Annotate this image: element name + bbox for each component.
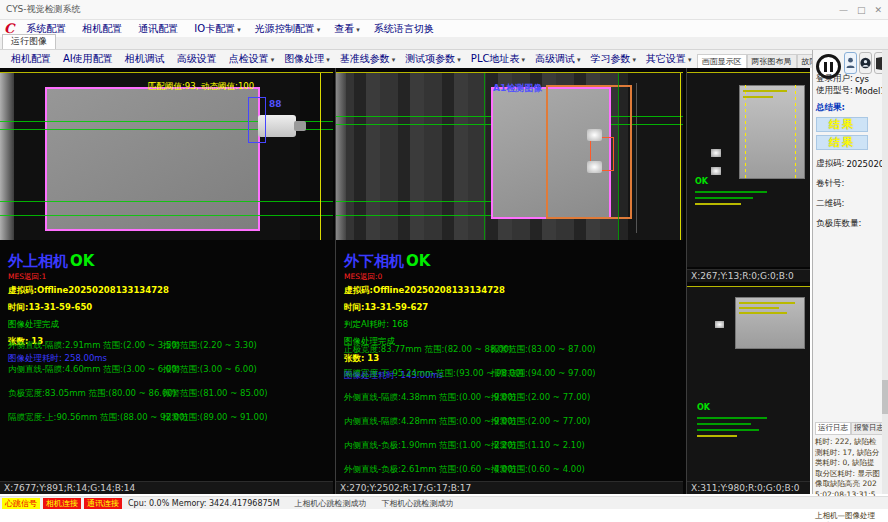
user-icon xyxy=(846,57,855,69)
alarm-range: 报警范围:(2.20 ~ 3.30) xyxy=(163,340,257,352)
heartbeat-badge: 心跳信号 xyxy=(2,498,40,509)
log-tab-run[interactable]: 运行日志 xyxy=(815,422,851,435)
menu-bar: C 系统配置 相机配置 通讯配置 IO卡配置▾ 光源控制配置▾ 查看▾ 系统语言… xyxy=(0,20,888,37)
qr-label: 二维码: xyxy=(816,198,844,210)
minimize-icon[interactable]: — xyxy=(839,5,848,15)
thumbnail-camera-1[interactable]: OK xyxy=(687,72,810,267)
menu-language-switch[interactable]: 系统语言切换 xyxy=(367,22,443,36)
guide-line-green xyxy=(0,201,333,202)
title-bar: CYS-视觉检测系统 — □ ✕ xyxy=(0,0,888,20)
menu-light-config[interactable]: 光源控制配置▾ xyxy=(248,22,328,36)
virtual-code: 虚拟码:Offline20250208133134728 xyxy=(344,285,505,297)
log-tabs: 运行日志 报警日志 错误日志 xyxy=(815,422,880,435)
tool-label: 点检设置 xyxy=(229,53,269,64)
tool-test-params[interactable]: 测试项参数▾ xyxy=(400,52,466,66)
scrollbar-thumb[interactable] xyxy=(882,380,888,414)
ok-status: OK xyxy=(70,252,94,270)
tool-advanced-debug[interactable]: 高级调试▾ xyxy=(530,52,586,66)
chevron-down-icon: ▾ xyxy=(632,56,636,64)
alarm-range: 报警范围:(2.00 ~ 77.00) xyxy=(491,416,590,428)
tool-label: 其它设置 xyxy=(646,53,686,64)
highlight-spot xyxy=(711,149,721,157)
thumb-text-bar xyxy=(695,203,741,205)
qr-row: 二维码: xyxy=(816,198,885,210)
status-bar: 心跳信号 相机连接 通讯连接 Cpu: 0.0% Memory: 3424.41… xyxy=(0,496,888,509)
guide-line-green-v xyxy=(618,73,619,240)
alarm-range: 报警范围:(83.00 ~ 87.00) xyxy=(491,344,596,356)
threshold-overlay-text: 匹配阈值:93, 动态阈值:100 xyxy=(148,81,254,93)
panel-scrollbar[interactable] xyxy=(882,50,888,494)
roi-blue-label: 88 xyxy=(269,99,282,109)
tab-run-image[interactable]: 运行图像 xyxy=(2,34,56,49)
menu-label: 查看 xyxy=(334,23,354,34)
close-icon[interactable]: ✕ xyxy=(874,5,882,15)
thumb-ok-status: OK xyxy=(697,403,710,412)
user-login-button[interactable] xyxy=(844,52,857,74)
thumb-guide-yellow xyxy=(745,85,746,179)
tool-camera-config[interactable]: 相机配置 xyxy=(6,52,58,66)
menu-comm-config[interactable]: 通讯配置 xyxy=(131,22,187,36)
stock-row: 负极库数量: xyxy=(816,218,885,230)
chevron-down-icon: ▾ xyxy=(356,26,360,34)
camera-image-upper[interactable]: 88 匹配阈值:93, 动态阈值:100 xyxy=(0,72,333,240)
camera-panel-upper: 88 匹配阈值:93, 动态阈值:100 外上相机OK MES返回:1 虚拟码:… xyxy=(0,68,333,494)
pixel-coord-readout-lower: X:270;Y:2502;R:17;G:17;B:17 xyxy=(336,481,683,494)
chevron-down-icon: ▾ xyxy=(317,26,321,34)
tool-image-process[interactable]: 图像处理▾ xyxy=(279,52,335,66)
mes-status: MES返回:0 xyxy=(344,272,505,282)
alarm-range: 报警范围:(81.00 ~ 85.00) xyxy=(163,388,268,400)
tool-label: 图像处理 xyxy=(284,53,324,64)
guide-line-green xyxy=(336,215,491,216)
tool-camera-debug[interactable]: 相机调试 xyxy=(120,52,172,66)
menu-io-config[interactable]: IO卡配置▾ xyxy=(187,22,247,36)
menu-label: 光源控制配置 xyxy=(255,23,315,34)
measure-value: 隔膜宽度-上:90.56mm 范围:(88.00 ~ 92.00) xyxy=(8,412,188,424)
alarm-range: 报警范围:(0.60 ~ 4.00) xyxy=(491,464,585,476)
model-row: 使用型号:Model1 xyxy=(816,85,885,97)
avatar-icon xyxy=(860,57,871,69)
tool-label: 高级调试 xyxy=(535,53,575,64)
camera-result-title: 外下相机OK xyxy=(344,252,505,271)
maximize-icon[interactable]: □ xyxy=(857,5,866,15)
measurement-row: 隔膜宽度-上:90.56mm 范围:(88.00 ~ 92.00)报警范围:(8… xyxy=(0,412,333,436)
tool-advanced-settings[interactable]: 高级设置 xyxy=(172,52,224,66)
menu-view[interactable]: 查看▾ xyxy=(327,22,367,36)
control-panel: 登录用户:cys 使用型号:Model1 总结果: 结果 结果 虚拟码:2025… xyxy=(812,50,888,494)
mini-tab-display[interactable]: 画面显示区 xyxy=(697,54,747,68)
tool-plc-address[interactable]: PLC地址表▾ xyxy=(466,52,530,66)
tool-spot-check[interactable]: 点检设置▾ xyxy=(224,52,280,66)
tool-learning-params[interactable]: 学习参数▾ xyxy=(585,52,641,66)
avatar-button[interactable] xyxy=(859,52,872,74)
camera-name: 外下相机 xyxy=(344,252,404,270)
alarm-range: 报警范围:(2.00 ~ 77.00) xyxy=(491,392,590,404)
camera-panel-lower: A1检测图像 外下相机OK MES返回:0 虚拟码:Offline2025020… xyxy=(335,68,683,494)
thumb-text-bar xyxy=(697,435,737,437)
needle-row: 卷针号: xyxy=(816,178,885,190)
tool-ai-config[interactable]: AI使用配置 xyxy=(58,52,120,66)
measurement-row: 内侧直线-隔膜:4.28mm 范围:(0.00 ~ 9.00)报警范围:(2.0… xyxy=(336,416,683,440)
guide-line-green-v xyxy=(484,73,485,240)
menu-camera-config[interactable]: 相机配置 xyxy=(75,22,131,36)
result-box-2: 结果 xyxy=(816,135,868,150)
log-area: 运行日志 报警日志 错误日志 耗时: 222, 缺陷检测耗时: 17, 缺陷分类… xyxy=(815,422,880,492)
measurement-row: 内侧直线-负极:1.90mm 范围:(1.00 ~ 2.20)报警范围:(1.1… xyxy=(336,440,683,464)
mes-status: MES返回:1 xyxy=(8,272,169,282)
camera-connect-badge: 相机连接 xyxy=(43,498,81,509)
guide-line-green xyxy=(336,201,491,202)
camera-image-lower[interactable]: A1检测图像 xyxy=(336,72,683,240)
chevron-down-icon: ▾ xyxy=(237,26,241,34)
ai-elapsed: 判定AI耗时: 168 xyxy=(344,319,505,331)
login-user-label: 登录用户: xyxy=(816,73,853,85)
measure-value: 外侧直线-隔膜:2.91mm 范围:(2.00 ~ 3.50) xyxy=(8,340,180,352)
measurement-row: 外侧直线-隔膜:2.91mm 范围:(2.00 ~ 3.50)报警范围:(2.2… xyxy=(0,340,333,364)
session-fields: 登录用户:cys 使用型号:Model1 总结果: 结果 结果 虚拟码:2025… xyxy=(816,73,885,230)
guide-line-green xyxy=(0,215,333,216)
login-user-value: cys xyxy=(855,74,869,84)
menu-label: 系统配置 xyxy=(26,23,66,34)
tool-baseline-params[interactable]: 基准线参数▾ xyxy=(335,52,401,66)
mini-tab-two-layout[interactable]: 两张图布局 xyxy=(747,54,797,68)
highlight-spot xyxy=(587,161,602,173)
menu-label: 通讯配置 xyxy=(138,23,178,34)
tool-other-settings[interactable]: 其它设置▾ xyxy=(641,52,697,66)
thumbnail-camera-2[interactable]: OK xyxy=(687,286,810,481)
